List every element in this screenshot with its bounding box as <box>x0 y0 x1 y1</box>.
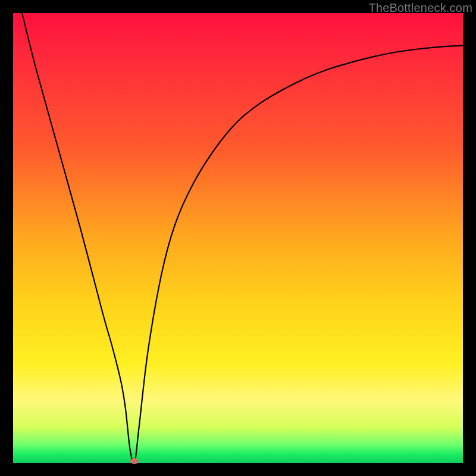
curve-path <box>22 13 463 463</box>
minimum-marker-dot <box>130 458 139 464</box>
bottleneck-curve <box>13 13 463 463</box>
chart-frame <box>13 13 463 463</box>
